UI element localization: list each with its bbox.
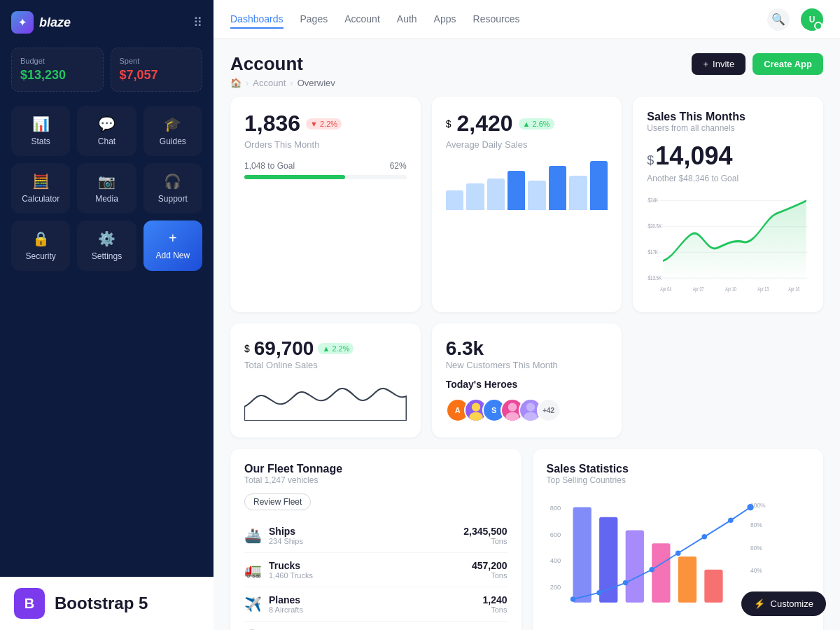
sales-stats-sub: Top Selling Countries — [547, 475, 810, 485]
bar-chart — [446, 161, 608, 210]
nav-dashboards[interactable]: Dashboards — [230, 10, 284, 29]
nav-account[interactable]: Account — [344, 10, 380, 29]
nav-apps[interactable]: Apps — [434, 10, 456, 29]
sidebar-item-add-new[interactable]: + Add New — [144, 220, 202, 271]
breadcrumb: 🏠 › Account › Overwiev — [230, 78, 335, 88]
online-sales-number: 69,700 — [254, 337, 314, 360]
stats-label: Stats — [31, 136, 50, 146]
svg-point-34 — [596, 590, 602, 596]
svg-point-38 — [701, 534, 707, 540]
trucks-sub: 1,460 Trucks — [269, 571, 313, 580]
fleet-row-trains: 🚂 Trains 804,300 — [244, 622, 507, 630]
sidebar-item-settings[interactable]: ⚙️ Settings — [77, 220, 136, 271]
customize-button[interactable]: ⚡ Customize — [741, 592, 826, 616]
heroes-title: Today's Heroes — [446, 379, 608, 390]
sidebar-item-stats[interactable]: 📊 Stats — [11, 106, 70, 156]
svg-rect-27 — [678, 556, 696, 603]
avatars: A S +42 — [446, 398, 608, 422]
logo-icon: ✦ — [11, 11, 34, 34]
budget-card: Budget $13,230 — [11, 48, 104, 92]
svg-rect-25 — [625, 530, 643, 602]
sidebar-item-support[interactable]: 🎧 Support — [144, 163, 202, 214]
svg-text:$20.5K: $20.5K — [648, 223, 662, 230]
online-sales-card: $ 69,700 ▲ 2.2% Total Online Sales — [230, 323, 421, 438]
security-icon: 🔒 — [32, 230, 50, 247]
breadcrumb-section[interactable]: Account — [253, 78, 286, 88]
svg-text:Apr 04: Apr 04 — [661, 285, 672, 293]
trucks-value: 457,200 — [472, 560, 507, 571]
sidebar-item-security[interactable]: 🔒 Security — [11, 220, 70, 271]
support-label: Support — [158, 194, 188, 204]
nav-auth[interactable]: Auth — [397, 10, 417, 29]
svg-point-18 — [524, 412, 537, 422]
bar-1 — [446, 190, 463, 210]
svg-text:600: 600 — [550, 531, 561, 538]
sales-title: Sales This Months — [647, 111, 809, 123]
create-app-button[interactable]: Create App — [752, 53, 823, 75]
guides-icon: 🎓 — [164, 115, 181, 132]
menu-icon[interactable]: ⠿ — [193, 15, 202, 30]
add-new-label: Add New — [155, 251, 190, 260]
invite-button[interactable]: + Invite — [692, 53, 746, 75]
sales-big-number: 14,094 — [655, 141, 732, 171]
ships-value: 2,345,500 — [463, 526, 507, 537]
third-row: Our Fleet Tonnage Total 1,247 vehicles R… — [230, 449, 823, 630]
sidebar-item-calculator[interactable]: 🧮 Calculator — [11, 163, 70, 214]
spent-value: $7,057 — [120, 68, 194, 83]
user-avatar[interactable]: U — [801, 8, 823, 31]
online-sales-label: Total Online Sales — [244, 360, 407, 370]
review-fleet-button[interactable]: Review Fleet — [244, 493, 311, 510]
logo-text: blaze — [39, 15, 71, 30]
customers-number: 6.3k — [446, 337, 608, 360]
orders-badge: ▼ 2.2% — [306, 118, 342, 130]
planes-name: Planes — [269, 594, 303, 606]
search-button[interactable]: 🔍 — [767, 8, 790, 31]
nav-right: 🔍 U — [767, 8, 823, 31]
chat-label: Chat — [98, 136, 115, 146]
svg-text:Apr 16: Apr 16 — [789, 285, 800, 293]
svg-point-37 — [675, 551, 680, 556]
svg-rect-23 — [573, 507, 591, 603]
bar-5 — [528, 181, 545, 210]
sales-line-chart: $24K $20.5K $17K $13.5K Apr 04 Apr 07 Ap… — [647, 183, 809, 295]
sidebar-item-media[interactable]: 📷 Media — [77, 163, 136, 214]
fleet-row-trucks: 🚛 Trucks 1,460 Trucks 457,200 Tons — [244, 553, 507, 587]
bar-4 — [507, 171, 525, 210]
svg-text:60%: 60% — [750, 545, 762, 552]
wave-chart — [244, 379, 407, 421]
planes-value: 1,240 — [482, 594, 507, 606]
planes-icon: ✈️ — [244, 596, 262, 612]
fleet-row-planes: ✈️ Planes 8 Aircrafts 1,240 Tons — [244, 587, 507, 622]
fleet-sub: Total 1,247 vehicles — [244, 475, 507, 485]
svg-point-16 — [505, 412, 519, 422]
main-area: Dashboards Pages Account Auth Apps Resou… — [214, 0, 840, 630]
settings-label: Settings — [92, 251, 122, 261]
svg-point-40 — [747, 504, 753, 510]
page-header: Account 🏠 › Account › Overwiev + Invite … — [230, 53, 823, 88]
progress-area: 1,048 to Goal 62% — [244, 161, 407, 179]
heroes-count: +42 — [537, 398, 561, 422]
fleet-row-ships: 🚢 Ships 234 Ships 2,345,500 Tons — [244, 519, 507, 553]
breadcrumb-home[interactable]: 🏠 — [230, 78, 241, 88]
dollar-prefix: $ — [446, 118, 451, 130]
svg-point-33 — [570, 596, 575, 602]
progress-pct: 62% — [390, 161, 407, 171]
svg-text:40%: 40% — [750, 567, 762, 574]
bar-2 — [466, 183, 484, 211]
online-sales-badge: ▲ 2.2% — [318, 343, 354, 354]
budget-cards: Budget $13,230 Spent $7,057 — [11, 48, 202, 92]
nav-resources[interactable]: Resources — [473, 10, 520, 29]
customers-label: New Customers This Month — [446, 360, 608, 370]
bar-8 — [590, 161, 608, 210]
daily-sales-label: Average Daily Sales — [446, 139, 608, 150]
trucks-name: Trucks — [269, 560, 313, 571]
svg-text:Apr 10: Apr 10 — [725, 285, 736, 293]
nav-pages[interactable]: Pages — [300, 10, 328, 29]
logo-area: ✦ blaze — [11, 11, 71, 34]
sidebar-item-chat[interactable]: 💬 Chat — [77, 106, 136, 156]
sidebar-item-guides[interactable]: 🎓 Guides — [144, 106, 202, 156]
spacer-card — [633, 323, 823, 438]
svg-text:800: 800 — [550, 505, 561, 512]
bootstrap-icon: B — [14, 588, 45, 619]
invite-plus-icon: + — [703, 59, 708, 69]
